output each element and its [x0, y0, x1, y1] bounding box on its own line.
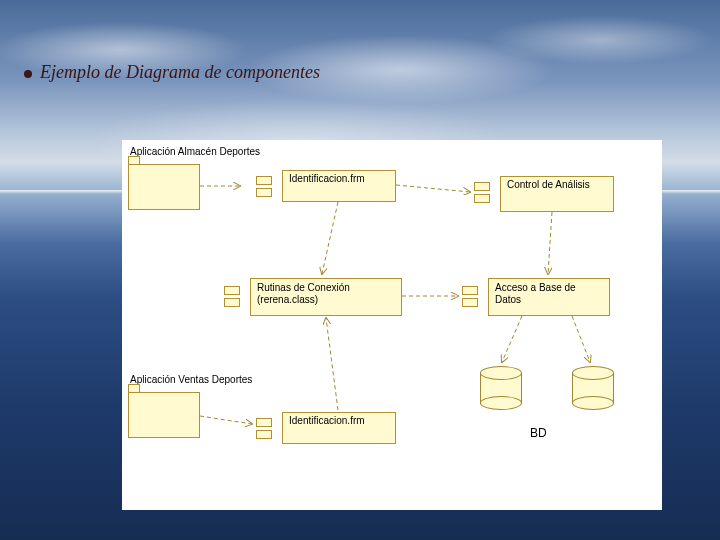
component-lug-icon: [474, 180, 502, 204]
component-lug-icon: [462, 284, 490, 308]
component-identificacion2-label: Identificacion.frm: [289, 415, 365, 426]
package-almacen-label: Aplicación Almacén Deportes: [130, 146, 260, 157]
svg-line-3: [548, 212, 552, 274]
package-almacen-body: [128, 164, 200, 210]
component-lug-icon: [256, 416, 284, 440]
slide-title: Ejemplo de Diagrama de componentes: [40, 62, 320, 83]
component-control-label: Control de Análisis: [507, 179, 607, 190]
component-acceso-label: Acceso a Base de Datos: [495, 282, 603, 306]
component-identificacion-label: Identificacion.frm: [289, 173, 365, 184]
component-identificacion-2: Identificacion.frm: [282, 412, 396, 444]
svg-line-2: [322, 202, 338, 274]
svg-line-6: [572, 316, 590, 362]
component-lug-icon: [224, 284, 252, 308]
database-cylinder-icon: [572, 366, 612, 410]
component-identificacion: Identificacion.frm: [282, 170, 396, 202]
slide-background: Ejemplo de Diagrama de componentes Aplic…: [0, 0, 720, 540]
svg-line-7: [326, 318, 338, 410]
component-control-analisis: Control de Análisis: [500, 176, 614, 212]
svg-line-1: [396, 185, 470, 192]
database-label: BD: [530, 426, 547, 440]
package-ventas-label: Aplicación Ventas Deportes: [130, 374, 252, 385]
component-acceso-bd: Acceso a Base de Datos: [488, 278, 610, 316]
svg-line-8: [200, 416, 252, 424]
component-lug-icon: [256, 174, 284, 198]
svg-line-5: [502, 316, 522, 362]
component-rutinas-label: Rutinas de Conexión (rerena.class): [257, 282, 395, 306]
package-ventas-body: [128, 392, 200, 438]
bullet-icon: [24, 70, 32, 78]
component-rutinas-conexion: Rutinas de Conexión (rerena.class): [250, 278, 402, 316]
diagram-panel: Aplicación Almacén Deportes Identificaci…: [122, 140, 662, 510]
database-cylinder-icon: [480, 366, 520, 410]
